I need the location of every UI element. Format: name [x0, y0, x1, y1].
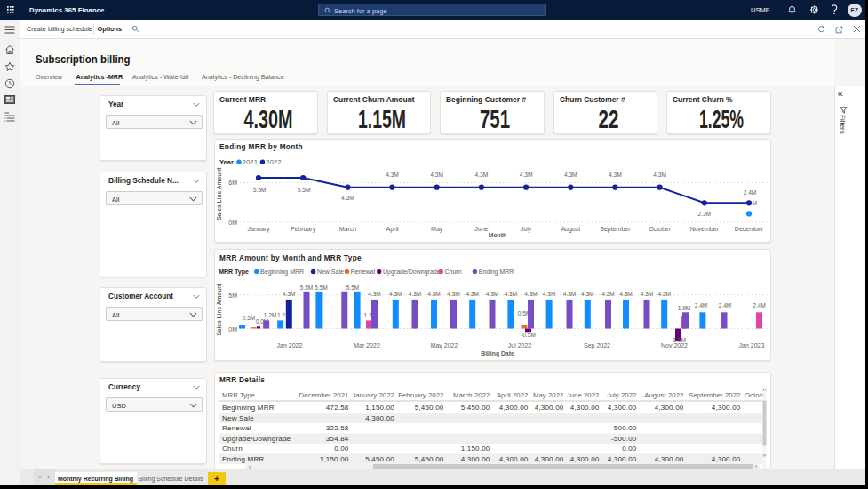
- svg-text:July: July: [521, 226, 532, 233]
- svg-text:Billing Date: Billing Date: [481, 350, 514, 357]
- svg-text:5,450.00: 5,450.00: [461, 404, 490, 412]
- svg-text:August 2022: August 2022: [644, 390, 683, 398]
- svg-text:4.3M: 4.3M: [581, 291, 593, 297]
- svg-text:5.5M: 5.5M: [298, 187, 311, 193]
- svg-text:4.3M: 4.3M: [601, 291, 614, 297]
- svg-text:Upgrade/Downgrade: Upgrade/Downgrade: [383, 269, 441, 276]
- svg-text:Upgrade/Downgrade: Upgrade/Downgrade: [222, 434, 291, 442]
- svg-text:Churn: Churn: [222, 445, 243, 453]
- svg-text:May 2022: May 2022: [533, 390, 564, 398]
- svg-text:MRR Details: MRR Details: [219, 375, 265, 383]
- svg-text:354.84: 354.84: [326, 434, 349, 442]
- svg-text:4.3M: 4.3M: [486, 291, 498, 297]
- svg-text:4.3M: 4.3M: [447, 291, 459, 297]
- svg-text:December 2021: December 2021: [299, 390, 349, 398]
- svg-text:4,300.00: 4,300.00: [655, 454, 684, 462]
- svg-text:4.3M: 4.3M: [283, 291, 295, 297]
- svg-text:4.3M: 4.3M: [520, 172, 533, 178]
- svg-text:4.3M: 4.3M: [641, 291, 653, 297]
- svg-text:Year: Year: [219, 158, 234, 166]
- svg-text:Octob: Octob: [745, 390, 763, 398]
- svg-text:June: June: [474, 226, 488, 232]
- svg-text:2021: 2021: [243, 158, 259, 166]
- svg-text:0.5M: 0.5M: [243, 315, 255, 321]
- svg-text:MRR Type: MRR Type: [222, 390, 255, 398]
- svg-text:MRR Type: MRR Type: [219, 269, 249, 276]
- svg-text:22: 22: [598, 105, 618, 132]
- svg-text:4.3M: 4.3M: [386, 172, 399, 178]
- svg-text:MRR Amount by Month and MRR Ty: MRR Amount by Month and MRR Type: [219, 254, 362, 262]
- svg-text:Jul 2022: Jul 2022: [508, 342, 532, 349]
- svg-text:5.5M: 5.5M: [315, 285, 327, 291]
- svg-text:November: November: [690, 226, 720, 232]
- svg-text:May: May: [431, 226, 443, 233]
- svg-text:4,300.00: 4,300.00: [499, 404, 529, 412]
- svg-text:4.3M: 4.3M: [609, 172, 622, 178]
- svg-text:2.3M: 2.3M: [697, 211, 711, 217]
- svg-text:4.3M: 4.3M: [466, 291, 478, 297]
- svg-text:4.3M: 4.3M: [564, 172, 577, 178]
- svg-text:April: April: [386, 226, 398, 233]
- svg-text:Beginning MRR: Beginning MRR: [260, 269, 304, 276]
- svg-text:4,300.00: 4,300.00: [365, 413, 394, 421]
- svg-text:-500.00: -500.00: [611, 434, 637, 442]
- svg-text:1,150.00: 1,150.00: [365, 404, 394, 412]
- svg-text:4.3M: 4.3M: [341, 195, 354, 201]
- svg-text:0M: 0M: [228, 220, 237, 226]
- svg-text:4.3M: 4.3M: [657, 291, 670, 297]
- svg-text:1.25%: 1.25%: [699, 105, 744, 132]
- svg-text:-0.5M: -0.5M: [521, 332, 536, 338]
- svg-text:0.00: 0.00: [622, 445, 637, 453]
- svg-text:September: September: [600, 226, 631, 233]
- svg-text:4.3M: 4.3M: [543, 291, 555, 297]
- svg-text:4,300.00: 4,300.00: [499, 454, 529, 462]
- svg-text:February: February: [291, 226, 316, 233]
- svg-text:5,450.00: 5,450.00: [415, 404, 444, 412]
- svg-text:472.58: 472.58: [326, 404, 349, 412]
- svg-text:4.3M: 4.3M: [389, 291, 402, 297]
- svg-text:June 2022: June 2022: [567, 390, 600, 398]
- svg-text:4,300.00: 4,300.00: [608, 404, 637, 412]
- svg-text:July 2022: July 2022: [607, 390, 637, 398]
- svg-text:4,300.00: 4,300.00: [570, 454, 600, 462]
- svg-text:February 2022: February 2022: [398, 390, 443, 398]
- svg-text:May 2022: May 2022: [431, 342, 458, 349]
- svg-text:4.3M: 4.3M: [475, 172, 489, 178]
- svg-text:4.3M: 4.3M: [409, 291, 421, 297]
- svg-text:4.3M: 4.3M: [619, 291, 632, 297]
- svg-text:Sales Line Amount: Sales Line Amount: [216, 167, 222, 220]
- svg-text:5.5M: 5.5M: [300, 285, 313, 291]
- svg-text:Jan 2023: Jan 2023: [739, 342, 765, 349]
- svg-text:Mar 2022: Mar 2022: [354, 342, 380, 349]
- svg-text:4.3M: 4.3M: [430, 172, 443, 178]
- svg-text:1.9M: 1.9M: [678, 305, 690, 311]
- svg-text:Jan 2022: Jan 2022: [277, 342, 303, 349]
- svg-text:5,450.00: 5,450.00: [415, 454, 444, 462]
- svg-text:1,150.00: 1,150.00: [320, 454, 349, 462]
- svg-text:500.00: 500.00: [614, 424, 637, 432]
- svg-text:5,450.00: 5,450.00: [365, 454, 394, 462]
- svg-text:Churn: Churn: [445, 269, 462, 275]
- svg-text:Ending MRR by Month: Ending MRR by Month: [219, 143, 303, 151]
- svg-text:April 2022: April 2022: [497, 390, 529, 398]
- svg-text:5.5M: 5.5M: [253, 187, 267, 193]
- svg-text:December: December: [735, 226, 764, 232]
- svg-text:Sep 2022: Sep 2022: [584, 342, 610, 349]
- svg-text:4.30M: 4.30M: [244, 105, 293, 132]
- svg-text:Renewal: Renewal: [351, 269, 376, 275]
- svg-text:Month: Month: [489, 232, 506, 238]
- svg-text:4,300.00: 4,300.00: [712, 454, 741, 462]
- svg-text:4,300.00: 4,300.00: [655, 404, 684, 412]
- svg-text:Renewal: Renewal: [222, 424, 251, 432]
- svg-text:March: March: [339, 226, 357, 232]
- svg-text:4,300.00: 4,300.00: [461, 454, 490, 462]
- svg-text:January: January: [248, 226, 270, 233]
- svg-text:1.2M: 1.2M: [264, 312, 276, 318]
- svg-text:4,300.00: 4,300.00: [570, 404, 600, 412]
- svg-text:New Sale: New Sale: [317, 269, 344, 275]
- svg-text:4,300.00: 4,300.00: [608, 454, 637, 462]
- svg-text:October: October: [649, 226, 672, 232]
- svg-text:4.3M: 4.3M: [653, 172, 666, 178]
- svg-text:5.5M: 5.5M: [346, 285, 359, 291]
- svg-text:0M: 0M: [228, 326, 237, 333]
